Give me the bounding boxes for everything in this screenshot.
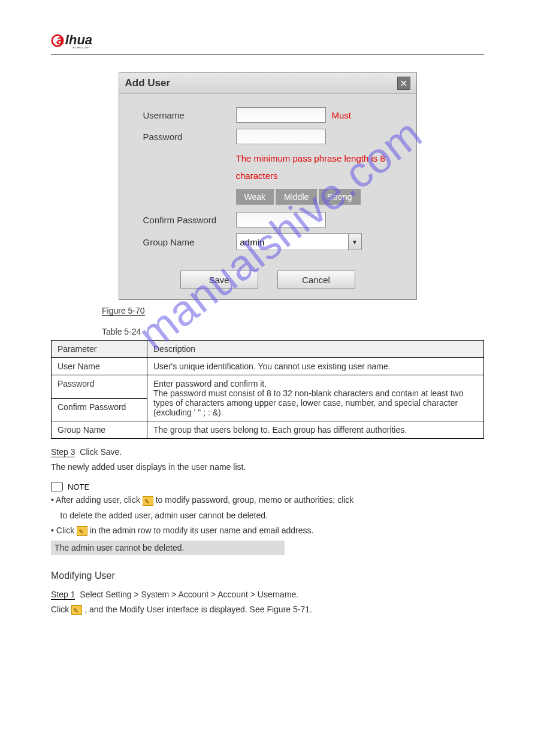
table-row: Password Enter password and confirm it. …: [52, 375, 484, 399]
password-label: Password: [143, 132, 236, 142]
username-label: Username: [143, 110, 236, 120]
modify-icon: [143, 496, 153, 506]
username-required-hint: Must: [332, 110, 352, 120]
svg-text:TECHNOLOGY: TECHNOLOGY: [71, 47, 90, 49]
strength-middle: Middle: [276, 189, 317, 205]
username-input[interactable]: [236, 107, 326, 123]
figure-caption: Figure 5-70: [102, 306, 145, 316]
cell-desc: User's unique identification. You cannot…: [147, 358, 484, 375]
section-heading: Modifying User: [51, 570, 484, 581]
confirm-password-label: Confirm Password: [143, 215, 236, 225]
svg-text:lhua: lhua: [65, 32, 92, 47]
parameter-table: Parameter Description User Name User's u…: [51, 340, 484, 439]
header-logo-row: a lhua TECHNOLOGY: [51, 30, 484, 54]
chevron-down-icon[interactable]: ▼: [348, 234, 361, 250]
password-strength-meter: Weak Middle Strong: [236, 189, 406, 205]
add-user-dialog: Add User ✕ Username Must Password The mi…: [119, 72, 417, 300]
modify-icon: [77, 526, 87, 536]
cell-desc: The group that users belong to. Each gro…: [147, 421, 484, 439]
dialog-title: Add User: [125, 77, 171, 89]
note-label: NOTE: [68, 482, 89, 491]
brand-logo: a lhua TECHNOLOGY: [51, 30, 117, 49]
cell-param: Confirm Password: [52, 398, 147, 421]
admin-delete-warning: The admin user cannot be deleted.: [51, 541, 285, 555]
step-3: Step 3 Click Save. The newly added user …: [51, 445, 484, 475]
step-label: Step 3: [51, 447, 75, 457]
group-name-label: Group Name: [143, 237, 236, 247]
close-icon[interactable]: ✕: [397, 77, 410, 90]
table-row: Group Name The group that users belong t…: [52, 421, 484, 439]
cell-param: User Name: [52, 358, 147, 375]
table-header-parameter: Parameter: [52, 341, 147, 358]
dialog-titlebar: Add User ✕: [119, 73, 416, 94]
table-caption: Table 5-24: [102, 327, 484, 336]
password-hint: The minimum pass phrase length is 8 char…: [236, 150, 406, 184]
strength-strong: Strong: [319, 189, 360, 205]
note-icon: [51, 482, 63, 491]
note-body: • After adding user, click to modify pas…: [51, 493, 484, 538]
strength-weak: Weak: [236, 189, 274, 205]
cell-param: Group Name: [52, 421, 147, 439]
group-name-select[interactable]: [236, 233, 362, 250]
cancel-button[interactable]: Cancel: [277, 271, 355, 289]
modify-step-1: Step 1 Select Setting > System > Account…: [51, 587, 484, 617]
table-row: User Name User's unique identification. …: [52, 358, 484, 375]
cell-desc: Enter password and confirm it. The passw…: [147, 375, 484, 421]
table-header-description: Description: [147, 341, 484, 358]
svg-text:a: a: [56, 32, 64, 47]
confirm-password-input[interactable]: [236, 212, 326, 227]
save-button[interactable]: Save: [180, 271, 258, 289]
note-row: NOTE: [51, 482, 484, 491]
cell-param: Password: [52, 375, 147, 399]
password-input[interactable]: [236, 129, 326, 144]
modify-icon: [71, 605, 82, 615]
step-label: Step 1: [51, 590, 75, 600]
